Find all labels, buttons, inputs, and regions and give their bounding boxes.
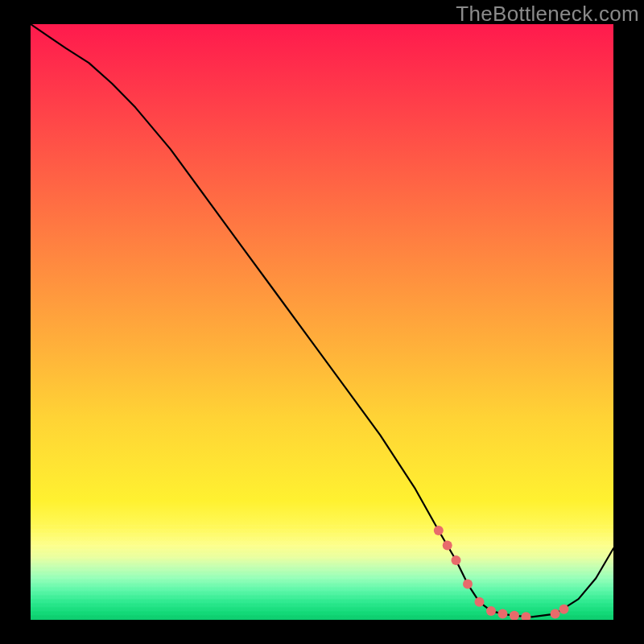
- marker-dot: [443, 541, 452, 551]
- bottleneck-curve: [31, 24, 613, 617]
- plot-area: [31, 24, 613, 620]
- marker-dot: [463, 580, 473, 589]
- marker-group: [434, 526, 569, 620]
- chart-svg: [31, 24, 613, 620]
- marker-dot: [510, 611, 519, 620]
- marker-dot: [475, 597, 485, 607]
- app-frame: TheBottleneck.com: [0, 0, 644, 644]
- marker-dot: [551, 609, 560, 619]
- marker-dot: [434, 526, 444, 535]
- watermark-text: TheBottleneck.com: [456, 2, 639, 27]
- marker-dot: [521, 612, 530, 620]
- marker-dot: [452, 555, 461, 565]
- marker-dot: [486, 606, 496, 616]
- marker-dot: [559, 605, 569, 614]
- marker-dot: [497, 609, 507, 619]
